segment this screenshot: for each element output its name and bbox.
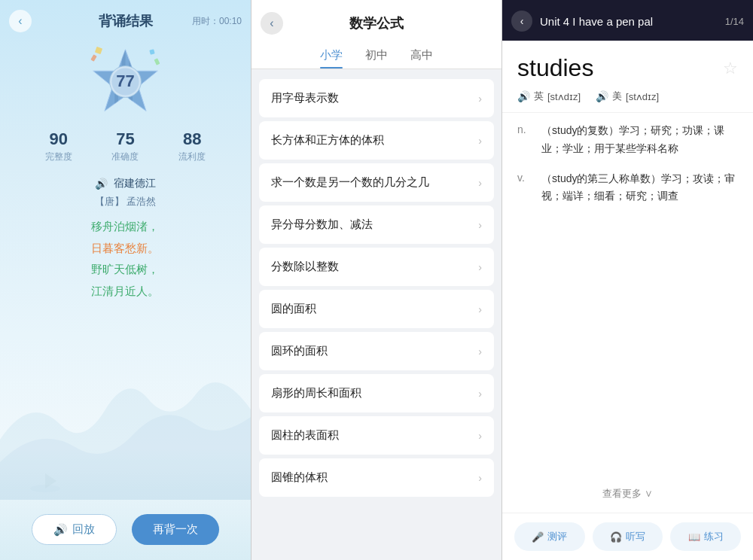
chevron-right-icon: › [478,388,482,400]
see-more-link[interactable]: 查看更多 ∨ [602,488,653,499]
tab-middle[interactable]: 初中 [365,48,388,68]
american-ipa: [stʌdɪz] [626,91,659,102]
list-item[interactable]: 圆环的面积 › [259,332,494,370]
panel3-unit-title: Unit 4 I have a pen pal [540,15,725,28]
list-item[interactable]: 圆锥的体积 › [259,458,494,497]
chevron-right-icon: › [478,472,482,484]
score-number: 77 [116,72,134,91]
stat-accuracy-value: 75 [116,129,134,149]
chevron-right-icon: › [478,93,482,105]
poem-lines: 移舟泊烟渚， 日暮客愁新。 野旷天低树， 江清月近人。 [19,216,232,302]
pos-noun: n. [517,122,532,158]
practice-icon: 📖 [688,531,700,543]
panel-recitation-result: ‹ 背诵结果 用时：00:10 77 [0,0,251,560]
american-phonetic: 🔊 美 [stʌdɪz] [596,90,659,103]
evaluate-button[interactable]: 🎤 测评 [514,522,585,551]
panel1-header: ‹ 背诵结果 用时：00:10 [0,0,251,36]
list-item[interactable]: 求一个数是另一个数的几分之几 › [259,163,494,202]
stat-completeness: 90 完整度 [45,129,72,163]
poem-title: 宿建德江 [114,177,156,190]
chevron-right-icon: › [478,261,482,273]
chevron-right-icon: › [478,345,482,358]
list-item[interactable]: 长方体和正方体的体积 › [259,121,494,160]
recite-again-label: 再背一次 [153,522,198,535]
panel3-footer: 🎤 测评 🎧 听写 📖 练习 [502,513,753,560]
recite-again-button[interactable]: 再背一次 [132,514,219,545]
british-speaker-icon[interactable]: 🔊 [517,90,530,102]
bookmark-icon[interactable]: ☆ [723,59,738,78]
british-phonetic: 🔊 英 [stʌdɪz] [517,90,581,103]
chevron-right-icon: › [478,219,482,231]
back-button[interactable]: ‹ [9,10,32,32]
list-item[interactable]: 用字母表示数 › [259,79,494,117]
stat-fluency-value: 88 [183,129,201,149]
chevron-right-icon: › [478,177,482,189]
poem-author: 孟浩然 [127,196,156,207]
evaluate-icon: 🎤 [532,531,544,543]
panel2-back-button[interactable]: ‹ [261,12,283,35]
evaluate-label: 测评 [547,530,567,543]
list-item[interactable]: 分数除以整数 › [259,248,494,286]
panel-dictionary: ‹ Unit 4 I have a pen pal 1/14 studies ☆… [502,0,753,560]
panel-math-formulas: ‹ 数学公式 小学 初中 高中 用字母表示数 › 长方体和正方体的体积 › 求一… [251,0,502,560]
dictation-button[interactable]: 🎧 听写 [593,522,663,551]
definition-verb: v. （study的第三人称单数）学习；攻读；审视；端详；细看；研究；调查 [517,170,738,206]
def-noun-text: （study的复数）学习；研究；功课；课业；学业；用于某些学科名称 [541,122,738,158]
poem-line-4: 江清月近人。 [19,281,232,303]
replay-label: 回放 [72,522,95,537]
dictation-label: 听写 [626,530,645,543]
stat-fluency-label: 流利度 [178,151,206,163]
chevron-right-icon: › [478,135,482,147]
poem-attribution: 【唐】 孟浩然 [19,195,232,208]
list-item[interactable]: 圆柱的表面积 › [259,416,494,455]
list-item[interactable]: 圆的面积 › [259,290,494,328]
stat-completeness-label: 完整度 [45,151,72,163]
formula-list: 用字母表示数 › 长方体和正方体的体积 › 求一个数是另一个数的几分之几 › 异… [252,69,501,560]
british-lang: 英 [534,90,544,103]
panel3-header: ‹ Unit 4 I have a pen pal 1/14 [502,0,753,41]
panel1-time: 用时：00:10 [192,15,242,28]
phonetics-row: 🔊 英 [stʌdɪz] 🔊 美 [stʌdɪz] [517,90,738,103]
definitions-section: n. （study的复数）学习；研究；功课；课业；学业；用于某些学科名称 v. … [502,113,753,480]
panel1-footer: 🔊 回放 再背一次 [0,514,251,545]
def-verb-text: （study的第三人称单数）学习；攻读；审视；端详；细看；研究；调查 [541,170,738,206]
panel2-header: ‹ 数学公式 [252,0,501,42]
poem-line-3: 野旷天低树， [19,259,232,281]
replay-icon: 🔊 [53,523,68,537]
list-item[interactable]: 异分母分数加、减法 › [259,205,494,244]
pos-verb: v. [517,170,532,206]
stat-fluency: 88 流利度 [178,129,206,163]
practice-label: 练习 [704,530,724,543]
tab-high[interactable]: 高中 [410,48,433,68]
poem-speaker-icon[interactable]: 🔊 [95,178,108,190]
score-medal: 77 [88,44,163,119]
poem-line-1: 移舟泊烟渚， [19,216,232,238]
panel2-title: 数学公式 [292,14,461,32]
dictation-icon: 🎧 [610,531,622,543]
chevron-right-icon: › [478,303,482,315]
american-lang: 美 [612,90,622,103]
panel1-title: 背诵结果 [99,12,153,30]
headword: studies [517,54,593,82]
british-ipa: [stʌdɪz] [547,91,581,102]
see-more-section: 查看更多 ∨ [502,480,753,513]
poem-line-2: 日暮客愁新。 [19,238,232,260]
stat-accuracy-label: 准确度 [111,151,139,163]
stat-accuracy: 75 准确度 [111,129,139,163]
tab-elementary[interactable]: 小学 [320,48,343,68]
chevron-right-icon: › [478,430,482,442]
svg-point-0 [30,485,60,492]
panel3-back-button[interactable]: ‹ [511,11,532,32]
list-item[interactable]: 扇形的周长和面积 › [259,374,494,412]
stat-completeness-value: 90 [49,129,67,149]
word-section: studies ☆ 🔊 英 [stʌdɪz] 🔊 美 [stʌdɪz] [502,41,753,113]
poem-author-line: 🔊 宿建德江 [19,177,232,190]
definition-noun: n. （study的复数）学习；研究；功课；课业；学业；用于某些学科名称 [517,122,738,158]
practice-button[interactable]: 📖 练习 [670,522,741,551]
american-speaker-icon[interactable]: 🔊 [596,90,608,102]
poem-container: 🔊 宿建德江 【唐】 孟浩然 移舟泊烟渚， 日暮客愁新。 野旷天低树， 江清月近… [19,177,232,302]
panel2-tabs: 小学 初中 高中 [252,42,501,69]
word-row: studies ☆ [517,54,738,82]
panel3-page-indicator: 1/14 [725,16,744,27]
replay-button[interactable]: 🔊 回放 [32,514,117,545]
